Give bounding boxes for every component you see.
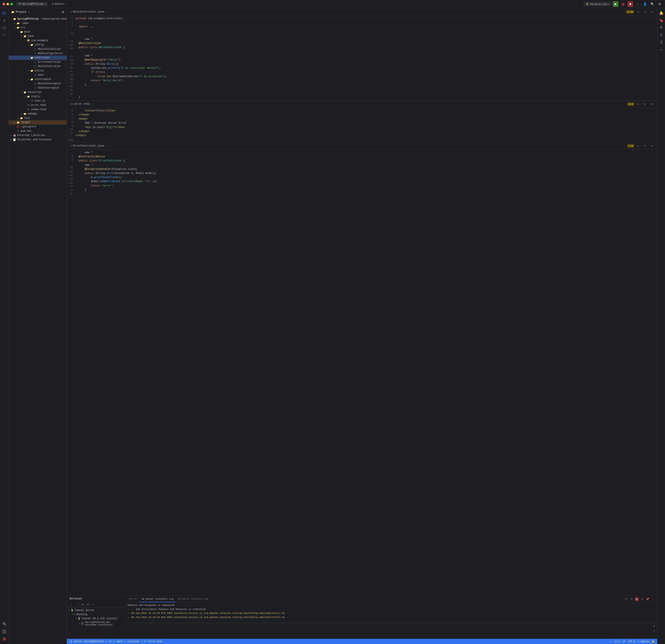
- service-item-tomcat10[interactable]: ▾ 🍃 Tomcat 10.1.232 [local]: [67, 617, 125, 621]
- sidebar-icon-plugins[interactable]: 🔌: [1, 621, 7, 627]
- tree-item-gitignore[interactable]: ▶ 🚫 .gitignore: [8, 125, 66, 129]
- scroll-end-btn[interactable]: ↓: [652, 634, 657, 638]
- tree-item-errorhtml[interactable]: ▶ <> error.html: [8, 103, 66, 107]
- stop-button[interactable]: ■: [627, 1, 633, 7]
- run-button[interactable]: ▶: [613, 1, 619, 7]
- sidebar-icon-project[interactable]: [1, 10, 7, 16]
- right-icon-maven[interactable]: M: [658, 24, 665, 31]
- expand-btn-html[interactable]: ∨: [642, 101, 648, 107]
- tab-close-hello[interactable]: ✕: [106, 11, 107, 13]
- branch-selector[interactable]: ⎇ master ▾: [51, 2, 66, 6]
- tree-item-root[interactable]: ▾ 📁 SpringMVCStudy ~/Desktop/CS/JavaE: [8, 17, 66, 21]
- tree-item-com-example[interactable]: ▾ 📦 com.example: [8, 38, 66, 43]
- editor-tab-hello[interactable]: C HelloController.java ✕: [68, 8, 109, 16]
- more-btn[interactable]: ⋯: [649, 9, 655, 15]
- panel-settings-icon[interactable]: ⚙: [62, 10, 64, 14]
- scroll-up-log-btn[interactable]: ▲: [652, 623, 657, 628]
- debug-button[interactable]: 🐞: [620, 1, 626, 7]
- log-tab-catalina[interactable]: 🖥 Tomcat Catalina Log: [176, 596, 210, 602]
- log-reload-btn[interactable]: ↺: [624, 597, 628, 602]
- sidebar-icons: 🔌 ⬛ 🐞: [0, 8, 8, 644]
- service-item-tomcat[interactable]: ▾ 🍃 Tomcat Server: [67, 608, 125, 612]
- more-btn-html[interactable]: ⋯: [649, 101, 655, 107]
- right-icon-bookmarks[interactable]: 🔖: [658, 17, 665, 24]
- scroll-up-button[interactable]: ↑: [69, 602, 73, 607]
- tree-item-config[interactable]: ▾ 📁 config: [8, 43, 66, 47]
- tree-item-target[interactable]: ▶ 📁 target: [8, 120, 66, 125]
- sidebar-icon-terminal[interactable]: ⬛: [1, 628, 7, 635]
- sidebar-icon-search[interactable]: [1, 24, 7, 31]
- sidebar-icon-commit[interactable]: [1, 17, 7, 24]
- svg-rect-9: [4, 34, 5, 34]
- settings-button[interactable]: ⚙: [657, 1, 662, 7]
- collapse-btn-ctrl[interactable]: ∧: [635, 143, 641, 149]
- tree-item-idea[interactable]: ▶ 📁 .idea: [8, 21, 66, 25]
- tree-item-indexhtml[interactable]: ▶ <> index.html: [8, 107, 66, 112]
- sidebar-icon-debug[interactable]: 🐞: [1, 636, 7, 642]
- collapse-btn-html[interactable]: ∧: [635, 101, 641, 107]
- tree-arrow: ▾: [20, 35, 23, 38]
- close-button[interactable]: [3, 3, 5, 5]
- tree-item-static[interactable]: ▾ 📁 static: [8, 94, 66, 99]
- tree-item-scratches[interactable]: ▶ 📝 Scratches and Consoles: [8, 137, 66, 142]
- expand-btn-ctrl[interactable]: ∨: [642, 143, 648, 149]
- tree-item-WebConfiguration[interactable]: ▶ C WebConfiguration: [8, 51, 66, 56]
- right-icon-gradle[interactable]: G: [658, 32, 665, 38]
- log-tab-localhost[interactable]: 🖥 Tomcat Localhost Log: [140, 596, 176, 602]
- editor-tab-error-ctrl[interactable]: C ErrorController.java ✕: [68, 142, 109, 150]
- log-reload2-btn[interactable]: ↺: [640, 597, 644, 602]
- more-actions-button[interactable]: ⋮: [635, 1, 641, 7]
- tree-item-java[interactable]: ▾ 📁 java: [8, 34, 66, 38]
- scroll-down-button[interactable]: ↓: [74, 602, 78, 607]
- tab-close-error-ctrl[interactable]: ✕: [106, 145, 107, 147]
- tree-item-pomxml[interactable]: ▶ M pom.xml: [8, 129, 66, 133]
- project-selector[interactable]: SM SpringMVCStudy ▾: [16, 2, 48, 6]
- log-stop-btn[interactable]: ■: [635, 597, 639, 601]
- tree-item-external-libs[interactable]: ▶ 📚 External Libraries: [8, 133, 66, 137]
- tree-item-MainInterceptor[interactable]: ▶ C MainInterceptor: [8, 81, 66, 86]
- tree-item-HelloController[interactable]: ▶ C HelloController: [8, 64, 66, 69]
- log-tab-server[interactable]: Server: [127, 596, 140, 602]
- tree-item-test[interactable]: ▶ 📁 test: [8, 116, 66, 120]
- tree-item-src[interactable]: ▾ 📁 src: [8, 25, 66, 30]
- filter-button[interactable]: ▼: [80, 602, 85, 607]
- minimize-button[interactable]: [6, 3, 9, 5]
- status-bar-right: ✓ 11:1 LF UTF-8 4 spaces 🔔: [610, 640, 655, 643]
- tree-item-resources[interactable]: ▾ 📁 resources: [8, 90, 66, 94]
- tree-item-ErrorController[interactable]: ▶ C ErrorController: [8, 60, 66, 64]
- tree-item-MainInitializer[interactable]: ▶ C MainInitializer: [8, 47, 66, 51]
- maximize-button[interactable]: [10, 3, 13, 5]
- scroll-down-log-btn[interactable]: ▼: [652, 628, 657, 633]
- tomcat-selector[interactable]: 🍃 Tomcat 10.1.232 ▾: [584, 2, 611, 6]
- log-forward-btn[interactable]: ↻: [629, 597, 634, 602]
- folder-icon: 📁: [30, 43, 34, 46]
- tree-item-main[interactable]: ▾ 📁 main: [8, 30, 66, 34]
- notifications-icon[interactable]: 🔔: [652, 640, 655, 643]
- log-more-btn[interactable]: ⋮: [651, 597, 656, 602]
- collapse-btn[interactable]: ∧: [635, 9, 641, 15]
- profile-button[interactable]: 👤: [642, 1, 648, 7]
- warning-badge-hello: ⚠ 10: [626, 10, 634, 13]
- tree-arrow: ▾: [27, 78, 30, 81]
- right-icon-database[interactable]: 🗄: [658, 39, 665, 46]
- expand-btn[interactable]: ∨: [642, 9, 648, 15]
- tree-item-entity[interactable]: ▾ 📁 entity: [8, 69, 66, 73]
- tree-item-testjs[interactable]: ▶ JS test.js: [8, 99, 66, 103]
- tree-item-User[interactable]: ▶ C User: [8, 73, 66, 77]
- service-item-running[interactable]: ▾ ▶ Running: [67, 612, 125, 617]
- right-icon-notifications[interactable]: 🔔: [658, 10, 665, 16]
- add-service-button[interactable]: +: [91, 602, 95, 607]
- tree-item-SubInterceptor[interactable]: ▶ C SubInterceptor: [8, 86, 66, 90]
- editor-tab-error-html[interactable]: <> error.html ✕: [68, 100, 95, 108]
- sidebar-icon-structure[interactable]: [1, 32, 7, 38]
- tab-close-error-html[interactable]: ✕: [91, 103, 92, 106]
- settings-service-button[interactable]: ⚙: [86, 602, 90, 607]
- service-item-war[interactable]: ▾ ⬛ SpringMVCStudy:war exploded [Synchro…: [67, 621, 125, 627]
- tree-item-controller[interactable]: ▾ 📁 controller: [8, 56, 66, 60]
- tree-item-interceptor[interactable]: ▾ 📁 interceptor: [8, 77, 66, 81]
- right-icon-vcs[interactable]: ↩: [658, 46, 665, 53]
- tree-item-webapp[interactable]: ▶ 📁 webapp: [8, 112, 66, 116]
- more-btn-ctrl[interactable]: ⋯: [649, 143, 655, 149]
- search-button[interactable]: 🔍: [649, 1, 655, 7]
- log-pin-btn[interactable]: 📌: [645, 597, 650, 602]
